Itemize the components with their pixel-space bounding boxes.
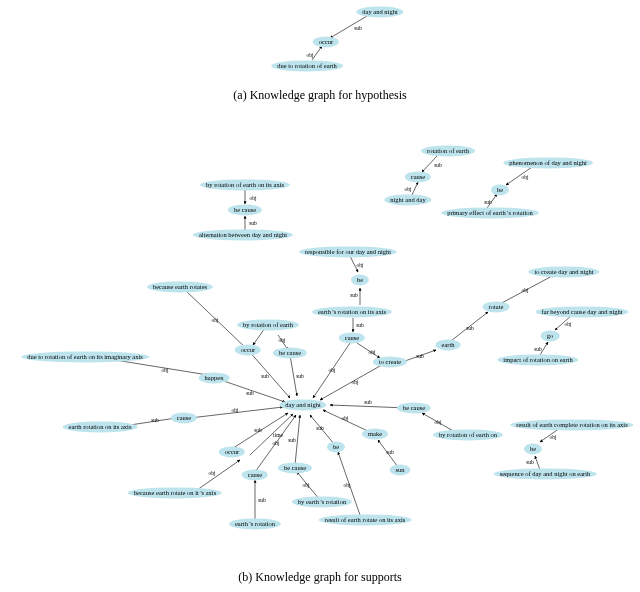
node-be-cause-mid: be cause — [273, 347, 307, 358]
node-to-create-dn: to create day and night — [528, 266, 599, 277]
edge-label: obj — [521, 287, 528, 293]
node-due-to-rotation: due to rotation of earth — [271, 60, 343, 71]
node-far-beyond: far beyond cause day and night — [535, 306, 628, 317]
edge-label: obj — [341, 415, 348, 421]
edge-label: obj — [306, 52, 313, 58]
edge-label: sub — [416, 353, 424, 359]
edge-label: sub — [354, 25, 362, 31]
edge-label: sub — [534, 346, 542, 352]
edge-label: sub — [316, 425, 324, 431]
edge-label: sub — [350, 292, 358, 298]
node-by-rotation-on: by rotation of earth on — [433, 429, 503, 440]
edge-label: obj — [351, 379, 358, 385]
node-cause-mid: cause — [339, 332, 365, 343]
node-because-rotates: because earth rotates — [147, 281, 213, 292]
node-happen: happen — [199, 372, 230, 383]
edge-label: obj — [564, 321, 571, 327]
node-because-rotate-axis: because earth rotate on it 's axis — [128, 487, 222, 498]
diagram-canvas: day and night occur due to rotation of e… — [0, 0, 640, 592]
node-be-cause-right: be cause — [397, 402, 431, 413]
edge-label: obj — [278, 337, 285, 343]
node-be-bottom: be — [327, 441, 345, 452]
node-sequence: sequence of day and night on earth — [494, 468, 597, 479]
node-by-earth-rotation: by earth 's rotation — [292, 496, 352, 507]
caption-b: (b) Knowledge graph for supports — [238, 570, 401, 585]
node-by-rotation: by rotation of earth — [237, 319, 299, 330]
node-alternation: alternation between day and night — [193, 229, 293, 240]
edge-label: sub — [288, 437, 296, 443]
edge-label: obj — [208, 470, 215, 476]
node-cause-bottom: cause — [242, 469, 268, 480]
edge-label: sub — [151, 417, 159, 423]
node-rotate: rotate — [483, 301, 510, 312]
caption-a: (a) Knowledge graph for hypothesis — [233, 88, 406, 103]
node-to-create: to create — [373, 356, 407, 367]
node-result-rotate: result of earth rotate on its axis — [319, 514, 412, 525]
node-cause-left: cause — [171, 412, 197, 423]
node-impact: impact of rotation on earth — [497, 354, 578, 365]
edge-label: obj — [328, 367, 335, 373]
svg-line-39 — [323, 410, 370, 432]
node-result-complete: result of earth complete rotation on its… — [510, 419, 633, 430]
node-go: go — [541, 330, 560, 341]
edge-label: sub — [246, 390, 254, 396]
edge-label: obj — [368, 349, 375, 355]
edge-label: sub — [434, 162, 442, 168]
edge-label: obj — [434, 419, 441, 425]
edge-label: time — [273, 432, 283, 438]
edge-label: obj — [356, 262, 363, 268]
node-make: make — [362, 428, 388, 439]
node-day-and-night-a: day and night — [356, 6, 403, 17]
node-occur-a: occur — [313, 36, 339, 47]
edge-label: obj — [521, 174, 528, 180]
node-be-cause-top: be cause — [228, 204, 262, 215]
node-earth-rot-on-axis: earth rotation on its axis — [63, 421, 138, 432]
edge-label: obj — [161, 367, 168, 373]
node-phenomenon: phenomenon of day and night — [503, 157, 593, 168]
node-be-result: be — [524, 443, 542, 454]
node-earth: earth — [436, 339, 461, 350]
edge-label: sub — [526, 459, 534, 465]
node-be-resp: be — [351, 274, 369, 285]
node-primary-effect: primary effect of earth 's rotation — [441, 207, 539, 218]
edge-label: obj — [343, 482, 350, 488]
svg-line-21 — [253, 328, 265, 345]
svg-line-31 — [197, 460, 240, 490]
edge-label: sub — [484, 199, 492, 205]
node-day-and-night-b: day and night — [279, 399, 326, 410]
edge-label: obj — [302, 482, 309, 488]
edge-label: obj — [272, 440, 279, 446]
edge-label: sub — [364, 399, 372, 405]
edge-label: obj — [211, 317, 218, 323]
edge-label: sub — [249, 220, 257, 226]
edge-label: sub — [254, 427, 262, 433]
node-be-top: be — [491, 184, 509, 195]
svg-line-32 — [250, 414, 293, 455]
node-by-rotation-axis: by rotation of earth on its axis — [200, 179, 290, 190]
edge-label: sub — [356, 322, 364, 328]
node-occur-bottom: occur — [219, 446, 245, 457]
edge-label: obj — [404, 186, 411, 192]
node-rotation-of-earth: rotation of earth — [421, 145, 475, 156]
node-occur-mid: occur — [235, 344, 261, 355]
edge-label: obj — [549, 434, 556, 440]
node-sun: sun — [389, 464, 410, 475]
node-earth-rotation-axis: earth 's rotation on its axis — [312, 306, 392, 317]
edge-label: obj — [249, 195, 256, 201]
node-be-cause-bottom: be cause — [278, 462, 312, 473]
edge-label: sub — [386, 449, 394, 455]
edge-label: sub — [296, 373, 304, 379]
node-cause-top: cause — [405, 171, 431, 182]
edge-label: sub — [466, 325, 474, 331]
edge-label: sub — [261, 373, 269, 379]
edge-label: sub — [258, 497, 266, 503]
node-due-imaginary: due to rotation of earth on its imaginar… — [21, 351, 149, 362]
node-night-and-day: night and day — [384, 194, 431, 205]
edge-label: obj — [231, 407, 238, 413]
svg-line-3 — [412, 182, 418, 195]
node-responsible: responsible for our day and night — [299, 246, 397, 257]
node-earth-rotation: earth 's rotation — [229, 518, 281, 529]
